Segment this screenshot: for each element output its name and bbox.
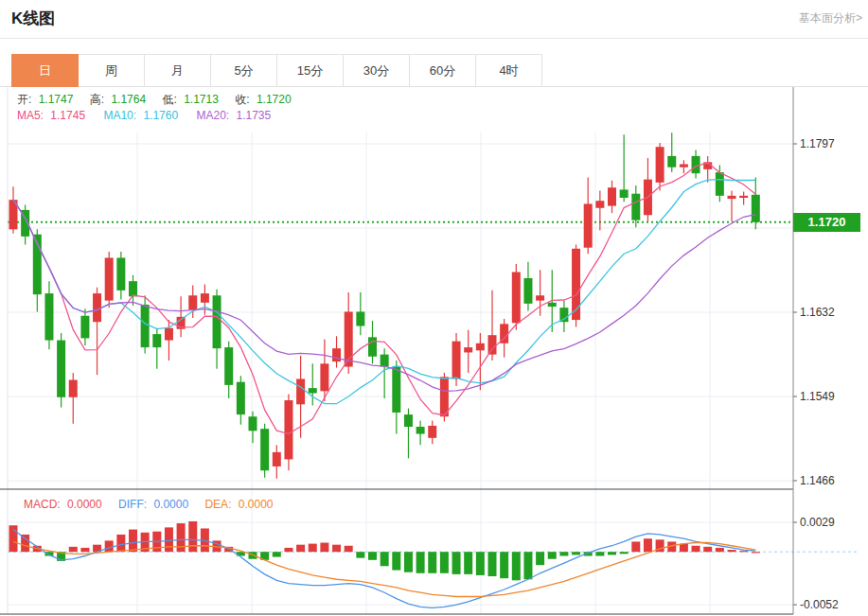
candle-body bbox=[512, 273, 521, 324]
macd-bar bbox=[332, 545, 341, 553]
candle-body bbox=[332, 348, 341, 361]
candle-body bbox=[213, 295, 221, 348]
macd-bar bbox=[644, 538, 652, 552]
macd-bar bbox=[416, 552, 425, 573]
candle-body bbox=[656, 147, 664, 183]
macd-label: MACD: bbox=[24, 498, 61, 511]
candle-body bbox=[716, 172, 724, 196]
macd-tick-label: 0.0029 bbox=[800, 516, 835, 529]
macd-bar bbox=[608, 552, 616, 554]
dea-label: DEA: bbox=[204, 498, 231, 511]
ma10-value: 1.1760 bbox=[143, 109, 178, 122]
candle-body bbox=[680, 165, 688, 167]
low-label: 低: bbox=[162, 93, 176, 106]
macd-bar bbox=[69, 547, 78, 552]
macd-bar bbox=[631, 541, 640, 552]
candle-body bbox=[631, 194, 640, 220]
dea-value: 0.0000 bbox=[239, 498, 274, 511]
candle-body bbox=[476, 343, 485, 351]
candle-body bbox=[584, 203, 593, 247]
candle-body bbox=[224, 347, 233, 385]
macd-bar bbox=[381, 552, 389, 566]
candle-body bbox=[428, 426, 436, 438]
candle-body bbox=[488, 335, 497, 354]
macd-bar bbox=[620, 552, 629, 554]
y-axis-tick-label: 1.1466 bbox=[800, 474, 835, 487]
macd-bar bbox=[309, 544, 317, 553]
y-axis-tick-label: 1.1632 bbox=[800, 306, 835, 319]
low-value: 1.1713 bbox=[184, 93, 219, 106]
candle-body bbox=[309, 388, 317, 393]
macd-bar bbox=[464, 552, 472, 574]
candle-body bbox=[440, 377, 449, 416]
ma20-value: 1.1735 bbox=[237, 109, 272, 122]
open-label: 开: bbox=[17, 93, 31, 106]
macd-bar bbox=[512, 552, 521, 580]
kline-widget: K线图 基本面分析> 日 周 月 5分 15分 30分 60分 4时 1.179… bbox=[0, 0, 868, 616]
candle-body bbox=[105, 257, 114, 300]
diff-label: DIFF: bbox=[118, 498, 147, 511]
candle-body bbox=[728, 196, 736, 199]
macd-bar bbox=[165, 527, 173, 552]
macd-row: MACD: 0.0000 DIFF: 0.0000 DEA: 0.0000 bbox=[24, 498, 277, 511]
candle-body bbox=[80, 316, 89, 339]
candle-body bbox=[416, 427, 425, 434]
macd-bar bbox=[488, 552, 497, 576]
candle-body bbox=[165, 328, 173, 341]
candle-body bbox=[284, 400, 292, 459]
candle-body bbox=[452, 342, 461, 379]
candle-body bbox=[752, 195, 760, 222]
macd-bar bbox=[273, 552, 281, 556]
candle-body bbox=[188, 295, 197, 309]
candle-body bbox=[273, 452, 281, 466]
macd-bar bbox=[572, 552, 580, 554]
macd-bar bbox=[692, 546, 700, 552]
candle-body bbox=[692, 156, 700, 173]
candle-body bbox=[201, 293, 209, 303]
candle-body bbox=[381, 355, 389, 367]
ohlc-row: 开: 1.1747 高: 1.1764 低: 1.1713 收: 1.1720 bbox=[17, 92, 295, 108]
candle-body bbox=[296, 378, 305, 404]
macd-bar bbox=[500, 552, 508, 578]
candle-body bbox=[404, 414, 413, 427]
macd-bar bbox=[752, 552, 760, 553]
macd-bar bbox=[440, 552, 449, 573]
macd-bar bbox=[296, 545, 305, 553]
macd-bar bbox=[728, 550, 736, 552]
ma10-label: MA10: bbox=[103, 109, 136, 122]
high-value: 1.1764 bbox=[111, 93, 146, 106]
candle-body bbox=[536, 295, 544, 300]
candle-body bbox=[152, 334, 161, 347]
macd-bar bbox=[284, 548, 292, 552]
macd-bar bbox=[9, 525, 18, 552]
candle-body bbox=[69, 380, 78, 397]
axis-labels-layer: 1.17971.17141.16321.15491.14660.0029-0.0… bbox=[793, 137, 839, 611]
macd-bar bbox=[105, 540, 114, 552]
macd-bar bbox=[404, 552, 413, 572]
candle-body bbox=[356, 311, 364, 326]
candle-body bbox=[237, 382, 245, 414]
macd-bar bbox=[345, 546, 353, 552]
candle-body bbox=[464, 347, 472, 352]
ma20-label: MA20: bbox=[196, 109, 229, 122]
close-label: 收: bbox=[235, 93, 249, 106]
macd-bar bbox=[476, 552, 485, 575]
candle-body bbox=[368, 337, 377, 356]
candle-body bbox=[249, 416, 257, 431]
candle-body bbox=[57, 341, 65, 397]
macd-bar bbox=[452, 552, 461, 574]
macd-bar bbox=[428, 552, 436, 573]
ma-row: MA5: 1.1745 MA10: 1.1760 MA20: 1.1735 bbox=[17, 109, 275, 122]
macd-bar bbox=[116, 535, 125, 552]
candle-body bbox=[523, 278, 532, 304]
macd-bar bbox=[680, 544, 688, 553]
candles-layer bbox=[9, 132, 760, 479]
candle-body bbox=[320, 363, 328, 391]
macd-value: 0.0000 bbox=[67, 498, 102, 511]
candle-body bbox=[608, 187, 616, 205]
macd-bar bbox=[368, 552, 377, 560]
candle-body bbox=[93, 293, 101, 322]
close-value: 1.1720 bbox=[257, 93, 292, 106]
macd-bar bbox=[177, 523, 186, 552]
candle-body bbox=[392, 367, 400, 413]
